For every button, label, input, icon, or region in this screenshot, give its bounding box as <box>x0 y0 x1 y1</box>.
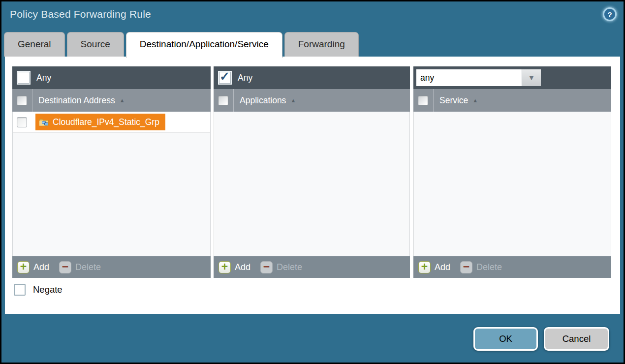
destination-address-header[interactable]: Destination Address ▲ <box>12 89 211 112</box>
add-icon: + <box>17 261 30 273</box>
destination-header-label: Destination Address <box>38 95 115 106</box>
service-delete-button[interactable]: − Delete <box>460 261 502 273</box>
applications-add-button[interactable]: + Add <box>219 261 250 273</box>
destination-address-item[interactable]: Cloudflare_IPv4_Static_Grp <box>35 114 165 130</box>
service-column: any ▼ Service ▲ + Add <box>413 66 611 278</box>
service-dropdown[interactable]: any ▼ <box>416 69 541 86</box>
destination-address-column: Any Destination Address ▲ <box>12 66 211 278</box>
sort-ascending-icon: ▲ <box>290 98 296 103</box>
tab-destination-application-service[interactable]: Destination/Application/Service <box>126 32 282 58</box>
delete-icon: − <box>260 261 273 273</box>
service-list <box>413 112 611 256</box>
applications-delete-button[interactable]: − Delete <box>260 261 302 273</box>
destination-delete-button[interactable]: − Delete <box>59 261 101 273</box>
service-dropdown-value[interactable]: any <box>416 69 522 86</box>
policy-based-forwarding-dialog: Policy Based Forwarding Rule ? General S… <box>0 0 625 364</box>
applications-column: ✓ Any Applications ▲ + Add − Delete <box>214 66 410 278</box>
destination-add-button[interactable]: + Add <box>17 261 49 273</box>
table-row: Cloudflare_IPv4_Static_Grp <box>13 112 210 133</box>
dialog-title: Policy Based Forwarding Rule <box>10 8 151 20</box>
sort-ascending-icon: ▲ <box>120 98 125 103</box>
destination-row-checkbox[interactable] <box>17 117 27 127</box>
service-select-all-checkbox[interactable] <box>418 95 428 106</box>
destination-any-label: Any <box>36 73 51 83</box>
tab-forwarding[interactable]: Forwarding <box>284 32 359 57</box>
service-toolbar: + Add − Delete <box>413 256 611 278</box>
destination-select-all-checkbox[interactable] <box>17 95 27 106</box>
negate-checkbox[interactable] <box>14 284 26 296</box>
applications-toolbar: + Add − Delete <box>214 256 410 278</box>
applications-header[interactable]: Applications ▲ <box>214 89 410 112</box>
applications-list <box>214 112 410 256</box>
chevron-down-icon: ▼ <box>528 74 535 82</box>
destination-address-list: Cloudflare_IPv4_Static_Grp <box>12 112 211 256</box>
cancel-button[interactable]: Cancel <box>544 327 609 351</box>
service-add-button[interactable]: + Add <box>418 261 450 273</box>
delete-button-label: Delete <box>476 262 502 273</box>
applications-any-checkbox[interactable]: ✓ <box>218 71 232 85</box>
destination-any-checkbox[interactable] <box>17 71 31 85</box>
service-dropdown-button[interactable]: ▼ <box>522 69 541 86</box>
tab-general[interactable]: General <box>4 32 65 57</box>
tab-content: Any Destination Address ▲ <box>5 57 620 314</box>
address-group-icon <box>39 118 49 126</box>
check-icon: ✓ <box>219 70 230 83</box>
destination-any-bar: Any <box>12 66 211 89</box>
applications-header-checkbox-cell <box>214 89 234 112</box>
delete-button-label: Delete <box>75 262 101 273</box>
help-question-glyph: ? <box>607 10 612 19</box>
add-icon: + <box>219 261 231 273</box>
destination-toolbar: + Add − Delete <box>12 256 211 278</box>
applications-header-label: Applications <box>240 95 286 106</box>
delete-icon: − <box>59 261 71 273</box>
negate-label: Negate <box>33 284 62 295</box>
tab-source[interactable]: Source <box>67 32 124 57</box>
service-header-checkbox-cell <box>413 89 434 112</box>
service-header-label: Service <box>439 95 468 106</box>
negate-row: Negate <box>14 284 62 296</box>
applications-any-bar: ✓ Any <box>214 66 410 89</box>
ok-button[interactable]: OK <box>473 327 538 351</box>
add-button-label: Add <box>33 262 49 273</box>
tab-bar: General Source Destination/Application/S… <box>4 32 359 58</box>
delete-button-label: Delete <box>277 262 302 273</box>
service-header[interactable]: Service ▲ <box>413 89 611 112</box>
service-dropdown-bar: any ▼ <box>413 66 611 89</box>
add-icon: + <box>418 261 431 273</box>
delete-icon: − <box>460 261 472 273</box>
add-button-label: Add <box>435 262 450 273</box>
destination-address-item-label: Cloudflare_IPv4_Static_Grp <box>53 117 159 127</box>
destination-header-checkbox-cell <box>12 89 32 112</box>
applications-select-all-checkbox[interactable] <box>218 95 228 106</box>
help-icon[interactable]: ? <box>603 7 617 21</box>
sort-ascending-icon: ▲ <box>472 98 478 103</box>
applications-any-label: Any <box>238 73 252 83</box>
add-button-label: Add <box>235 262 250 273</box>
